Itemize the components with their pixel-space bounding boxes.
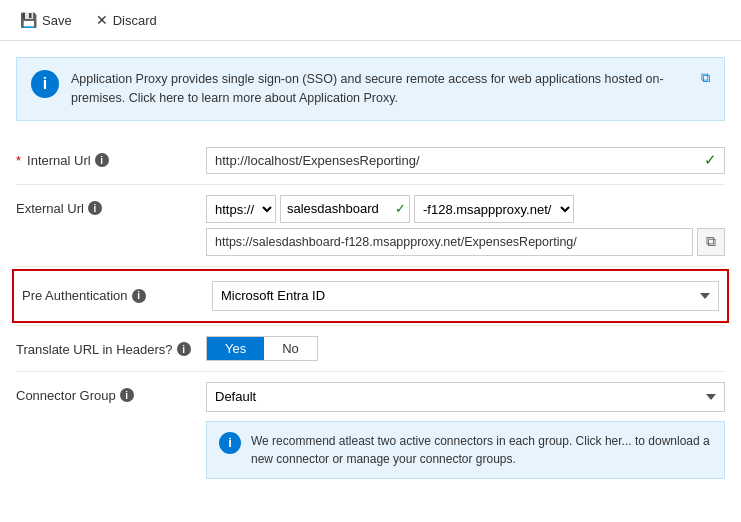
translate-url-label-text: Translate URL in Headers? xyxy=(16,342,173,357)
external-url-scheme-select[interactable]: https:// xyxy=(206,195,276,223)
translate-url-help-icon[interactable]: i xyxy=(177,342,191,356)
external-url-control: https:// ✓ -f128.msappproxy.net/ ⧉ xyxy=(206,195,725,256)
info-banner-text[interactable]: Application Proxy provides single sign-o… xyxy=(71,70,689,108)
info-banner: i Application Proxy provides single sign… xyxy=(16,57,725,121)
discard-label: Discard xyxy=(113,13,157,28)
pre-auth-label: Pre Authentication i xyxy=(22,288,212,303)
external-url-subdomain-input[interactable] xyxy=(280,195,410,223)
internal-url-check-icon: ✓ xyxy=(704,151,717,169)
internal-url-input-wrapper: ✓ xyxy=(206,147,725,174)
internal-url-label-text: Internal Url xyxy=(27,153,91,168)
toolbar: 💾 Save ✕ Discard xyxy=(0,0,741,41)
external-url-help-icon[interactable]: i xyxy=(88,201,102,215)
divider-2 xyxy=(16,266,725,267)
connector-group-label-text: Connector Group xyxy=(16,388,116,403)
info-banner-icon: i xyxy=(31,70,59,98)
pre-auth-select[interactable]: Microsoft Entra ID Passthrough xyxy=(212,281,719,311)
translate-url-toggle-group: Yes No xyxy=(206,336,318,361)
internal-url-label: * Internal Url i xyxy=(16,147,206,168)
external-url-label-text: External Url xyxy=(16,201,84,216)
connector-info-text[interactable]: We recommend atleast two active connecto… xyxy=(251,432,712,468)
pre-auth-row: Pre Authentication i Microsoft Entra ID … xyxy=(12,269,729,323)
save-label: Save xyxy=(42,13,72,28)
connector-group-control: Default i We recommend atleast two activ… xyxy=(206,382,725,479)
translate-url-row: Translate URL in Headers? i Yes No xyxy=(16,326,725,371)
connector-info-icon: i xyxy=(219,432,241,454)
external-url-full-input[interactable] xyxy=(206,228,693,256)
translate-url-control: Yes No xyxy=(206,336,725,361)
connector-info-box: i We recommend atleast two active connec… xyxy=(206,421,725,479)
connector-group-row: Connector Group i Default i We recommend… xyxy=(16,372,725,489)
internal-url-control: ✓ xyxy=(206,147,725,174)
external-url-top-row: https:// ✓ -f128.msappproxy.net/ xyxy=(206,195,725,223)
translate-url-label: Translate URL in Headers? i xyxy=(16,336,206,357)
save-button[interactable]: 💾 Save xyxy=(16,10,76,30)
required-star: * xyxy=(16,153,21,168)
pre-auth-help-icon[interactable]: i xyxy=(132,289,146,303)
translate-yes-button[interactable]: Yes xyxy=(207,337,264,360)
subdomain-check-icon: ✓ xyxy=(395,201,406,216)
copy-url-button[interactable]: ⧉ xyxy=(697,228,725,256)
connector-group-help-icon[interactable]: i xyxy=(120,388,134,402)
save-icon: 💾 xyxy=(20,12,37,28)
translate-no-button[interactable]: No xyxy=(264,337,317,360)
discard-button[interactable]: ✕ Discard xyxy=(92,10,161,30)
discard-icon: ✕ xyxy=(96,12,108,28)
pre-auth-inner: Pre Authentication i Microsoft Entra ID … xyxy=(22,281,719,311)
pre-auth-label-text: Pre Authentication xyxy=(22,288,128,303)
internal-url-row: * Internal Url i ✓ xyxy=(16,137,725,184)
external-url-subdomain-wrapper: ✓ xyxy=(280,195,410,223)
external-url-row: External Url i https:// ✓ -f128.msapppro… xyxy=(16,185,725,266)
external-url-domain-select[interactable]: -f128.msappproxy.net/ xyxy=(414,195,574,223)
external-link-icon[interactable]: ⧉ xyxy=(701,70,710,86)
connector-group-select[interactable]: Default xyxy=(206,382,725,412)
internal-url-help-icon[interactable]: i xyxy=(95,153,109,167)
form-area: * Internal Url i ✓ External Url i https:… xyxy=(0,129,741,505)
external-url-label: External Url i xyxy=(16,195,206,216)
internal-url-input[interactable] xyxy=(206,147,725,174)
connector-group-label: Connector Group i xyxy=(16,382,206,403)
external-url-full-row: ⧉ xyxy=(206,228,725,256)
pre-auth-control: Microsoft Entra ID Passthrough xyxy=(212,281,719,311)
